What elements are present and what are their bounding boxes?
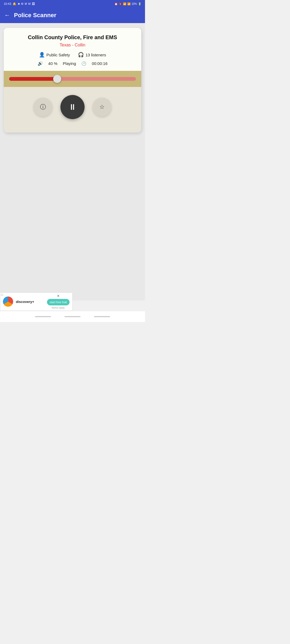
clock-icon: 🕐 — [81, 61, 86, 66]
signal-icon: 📶 — [127, 2, 130, 5]
ad-info-icon: ⓘ — [1, 293, 3, 297]
listeners-label: 13 listeners — [85, 53, 106, 57]
email-icon3: M — [28, 2, 30, 5]
favorite-button[interactable]: ☆ — [93, 98, 111, 116]
seek-track[interactable] — [9, 77, 136, 81]
listeners-item: 🎧 13 listeners — [78, 52, 106, 58]
vpn-icon: ✖ — [18, 2, 20, 5]
battery-display: 10% — [132, 2, 137, 5]
mute-icon: 🔇 — [119, 2, 122, 5]
star-icon: ☆ — [99, 104, 105, 111]
ad-banner: ⓘ discovery+ ✕ start free trial Terms Ap… — [0, 292, 73, 311]
ad-logo — [3, 297, 13, 307]
alarm-icon: ⏰ — [114, 2, 118, 5]
status-bar: 10:43 🔔 ✖ M M M 🖼 ⏰ 🔇 📶 📶 10% 🔋 — [0, 0, 145, 8]
nav-indicator-2 — [64, 316, 81, 317]
status-left: 10:43 🔔 ✖ M M M 🖼 — [4, 2, 35, 6]
public-safety-icon: 👤 — [39, 52, 45, 58]
wifi-icon: 📶 — [123, 2, 126, 5]
ad-cta-button[interactable]: start free trial — [47, 299, 70, 305]
info-button[interactable]: ⓘ — [34, 98, 52, 116]
playback-info: 🔊 40 % Playing 🕐 00:00:16 — [10, 61, 135, 66]
seek-filled — [9, 77, 57, 81]
pause-icon: ⏸ — [68, 103, 77, 111]
controls-section: ⓘ ⏸ ☆ — [4, 87, 141, 133]
status-label: Playing — [63, 61, 76, 66]
ad-right-section: ✕ start free trial Terms Apply. — [47, 294, 70, 309]
player-card: Collin County Police, Fire and EMS Texas… — [4, 28, 141, 133]
main-content: Collin County Police, Fire and EMS Texas… — [0, 23, 145, 301]
volume-label: 40 % — [48, 61, 57, 66]
time-display: 10:43 — [4, 2, 11, 5]
header-title: Police Scanner — [14, 12, 56, 19]
email-icon2: M — [25, 2, 27, 5]
card-info-section: Collin County Police, Fire and EMS Texas… — [4, 28, 141, 71]
notification-icon: 🔔 — [13, 2, 16, 6]
image-icon: 🖼 — [32, 2, 35, 5]
station-title: Collin County Police, Fire and EMS — [10, 34, 135, 41]
seek-thumb[interactable] — [53, 75, 61, 83]
pause-button[interactable]: ⏸ — [60, 95, 85, 119]
ad-terms: Terms Apply. — [51, 306, 65, 309]
category-label: Public Safety — [46, 53, 70, 57]
battery-icon: 🔋 — [138, 2, 141, 5]
station-meta: 👤 Public Safety 🎧 13 listeners — [10, 52, 135, 58]
back-button[interactable]: ← — [4, 12, 10, 18]
email-icon1: M — [21, 2, 23, 5]
nav-indicator-1 — [35, 316, 51, 317]
bottom-bar — [0, 311, 145, 322]
status-right: ⏰ 🔇 📶 📶 10% 🔋 — [114, 2, 141, 5]
station-location: Texas - Collin — [10, 43, 135, 47]
ad-close-button[interactable]: ✕ — [57, 294, 60, 298]
category-item: 👤 Public Safety — [39, 52, 70, 58]
seek-bar-container[interactable] — [9, 75, 136, 83]
timer-label: 00:00:16 — [92, 61, 107, 66]
info-icon: ⓘ — [40, 103, 46, 111]
app-header: ← Police Scanner — [0, 8, 145, 23]
seek-section — [4, 71, 141, 87]
ad-brand-name: discovery+ — [16, 300, 44, 304]
nav-indicator-3 — [94, 316, 110, 317]
headphone-icon: 🎧 — [78, 52, 84, 58]
volume-icon: 🔊 — [38, 61, 43, 66]
